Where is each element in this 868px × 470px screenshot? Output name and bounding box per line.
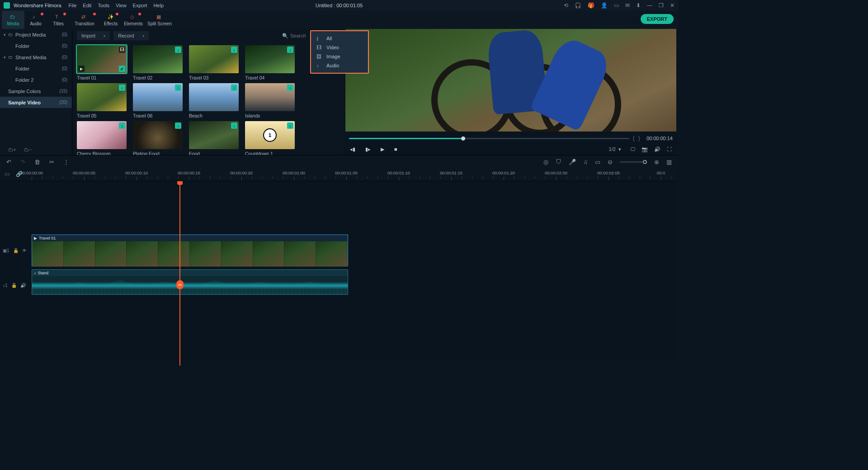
media-thumb[interactable]: ↓Beach	[189, 83, 239, 118]
tab-transition[interactable]: ⇄Transition	[70, 11, 99, 29]
download-badge-icon[interactable]: ↓	[175, 122, 181, 129]
download-badge-icon[interactable]: ↓	[231, 85, 237, 91]
tips-icon[interactable]: ⟲	[564, 2, 568, 9]
menu-view[interactable]: View	[116, 3, 127, 8]
split-icon[interactable]: ✂	[49, 159, 54, 165]
delete-folder-icon[interactable]: 🗀−	[24, 147, 32, 152]
menu-tools[interactable]: Tools	[98, 3, 109, 8]
sidebar-item-folder-2[interactable]: Folder 2(0)	[0, 74, 72, 85]
download-icon[interactable]: ⬇	[636, 2, 641, 9]
tab-titles[interactable]: TTitles	[47, 11, 70, 29]
filter-video[interactable]: 🎞Video	[311, 43, 368, 52]
tab-elements[interactable]: ◇Elements	[122, 11, 145, 29]
support-icon[interactable]: 🎧	[575, 2, 581, 9]
media-thumb[interactable]: ↓Islands	[245, 83, 295, 118]
download-badge-icon[interactable]: ↓	[231, 122, 237, 129]
media-thumb[interactable]: 🎞▶✔Travel 01	[77, 45, 127, 80]
sidebar-item-folder[interactable]: Folder(0)	[0, 63, 72, 74]
maximize-icon[interactable]: ❐	[659, 2, 664, 9]
media-thumb[interactable]: ↓Travel 03	[189, 45, 239, 80]
preview-quality-dropdown[interactable]: 1/2 ▾	[606, 146, 624, 153]
zoom-out-icon[interactable]: ⊖	[608, 159, 613, 165]
video-clip[interactable]: ▶Travel 01	[32, 235, 348, 266]
fullscreen-icon[interactable]: ⛶	[667, 146, 672, 152]
shield-icon[interactable]: ⛉	[556, 159, 561, 165]
menu-file[interactable]: File	[69, 3, 77, 8]
tab-effects[interactable]: ✨Effects	[99, 11, 122, 29]
render-icon[interactable]: ▭	[595, 159, 600, 165]
stop-icon[interactable]: ■	[394, 146, 397, 152]
media-thumb[interactable]: ↓Food	[189, 121, 239, 155]
download-badge-icon[interactable]: ↓	[175, 85, 181, 91]
media-thumb[interactable]: ↓Plating Food	[133, 121, 183, 155]
media-thumb[interactable]: ↓Cherry Blossom	[77, 121, 127, 155]
download-badge-icon[interactable]: ↓	[231, 47, 237, 53]
download-badge-icon[interactable]: ↓	[287, 47, 293, 53]
media-thumb[interactable]: ↓Travel 06	[133, 83, 183, 118]
export-button[interactable]: EXPORT	[641, 14, 674, 24]
thumb-image[interactable]: ↓	[189, 45, 239, 73]
thumb-image[interactable]: ↓	[133, 121, 183, 149]
menu-export[interactable]: Export	[133, 3, 147, 8]
gift-icon[interactable]: 🎁	[588, 2, 594, 9]
thumb-image[interactable]: ↓	[189, 121, 239, 149]
zoom-in-icon[interactable]: ⊕	[654, 159, 659, 165]
close-icon[interactable]: ✕	[670, 2, 675, 9]
thumb-image[interactable]: ↓	[133, 45, 183, 73]
filter-all[interactable]: ⫿All	[311, 34, 368, 43]
playhead[interactable]	[179, 181, 180, 366]
thumb-image[interactable]: ↓	[77, 121, 127, 149]
save-icon[interactable]: ▭	[614, 2, 619, 9]
menu-help[interactable]: Help	[153, 3, 164, 8]
thumb-image[interactable]: ↓	[245, 45, 295, 73]
play-icon[interactable]: ▶	[381, 146, 384, 152]
redo-icon[interactable]: ↷	[20, 159, 25, 165]
display-icon[interactable]: 🖵	[630, 146, 635, 152]
undo-icon[interactable]: ↶	[6, 159, 11, 165]
thumb-image[interactable]: ↓	[245, 121, 295, 149]
delete-icon[interactable]: 🗑	[34, 159, 40, 165]
audio-mixer-icon[interactable]: ♫	[583, 159, 588, 165]
media-thumb[interactable]: ↓Travel 02	[133, 45, 183, 80]
thumb-image[interactable]: ↓	[77, 83, 127, 111]
sidebar-item-project-media[interactable]: ▾🗀Project Media(0)	[0, 29, 72, 40]
thumb-image[interactable]: ↓	[133, 83, 183, 111]
thumb-image[interactable]: 🎞▶✔	[77, 45, 127, 73]
message-icon[interactable]: ✉	[625, 2, 630, 9]
media-thumb[interactable]: ↓Travel 04	[245, 45, 295, 80]
tab-media[interactable]: 🗀Media	[2, 11, 24, 29]
import-dropdown[interactable]: Import▾	[77, 31, 110, 40]
download-badge-icon[interactable]: ↓	[119, 85, 125, 91]
sidebar-item-folder[interactable]: Folder(0)	[0, 40, 72, 52]
tab-split-screen[interactable]: ▦Split Screen	[145, 11, 175, 29]
minimize-icon[interactable]: —	[647, 2, 652, 9]
preview-viewport[interactable]	[345, 29, 676, 132]
thumb-image[interactable]: ↓	[245, 83, 295, 111]
download-badge-icon[interactable]: ↓	[287, 122, 293, 129]
filter-audio[interactable]: ♪Audio	[311, 61, 368, 70]
mark-in-icon[interactable]: {	[633, 135, 635, 141]
download-badge-icon[interactable]: ↓	[175, 47, 181, 53]
next-frame-icon[interactable]: ▮▸	[365, 146, 371, 152]
snapshot-icon[interactable]: 📷	[642, 146, 648, 152]
timeline-ruler[interactable]: ▭ 🔗 00:00:00:0000:00:00:0500:00:00:1000:…	[0, 169, 678, 181]
visibility-icon[interactable]: 👁	[22, 248, 27, 253]
zoom-slider[interactable]	[620, 161, 647, 163]
tab-audio[interactable]: ♪Audio	[24, 11, 47, 29]
download-badge-icon[interactable]: ↓	[119, 122, 125, 129]
timeline-tracks[interactable]: ▣1 🔓 👁 ♪1 🔓 🔊 ▶Travel 01 ♪Stand ✂	[0, 181, 678, 366]
progress-track[interactable]	[349, 138, 629, 139]
media-thumb[interactable]: ↓Countdown 1	[245, 121, 295, 155]
search-input[interactable]	[290, 33, 313, 38]
timeline-options-icon[interactable]: ▭	[5, 171, 9, 177]
lock-icon[interactable]: 🔓	[11, 283, 17, 288]
sidebar-item-sample-colors[interactable]: Sample Colors(15)	[0, 85, 72, 97]
zoom-thumb[interactable]	[643, 160, 647, 164]
download-badge-icon[interactable]: ↓	[287, 85, 293, 91]
audio-clip[interactable]: ♪Stand	[32, 269, 348, 295]
edit-tools-icon[interactable]: ⋮	[63, 159, 69, 165]
sidebar-item-shared-media[interactable]: ▾🗀Shared Media(0)	[0, 52, 72, 63]
marker-icon[interactable]: ◎	[543, 159, 548, 165]
lock-icon[interactable]: 🔓	[13, 248, 19, 253]
progress-thumb[interactable]	[461, 136, 465, 141]
